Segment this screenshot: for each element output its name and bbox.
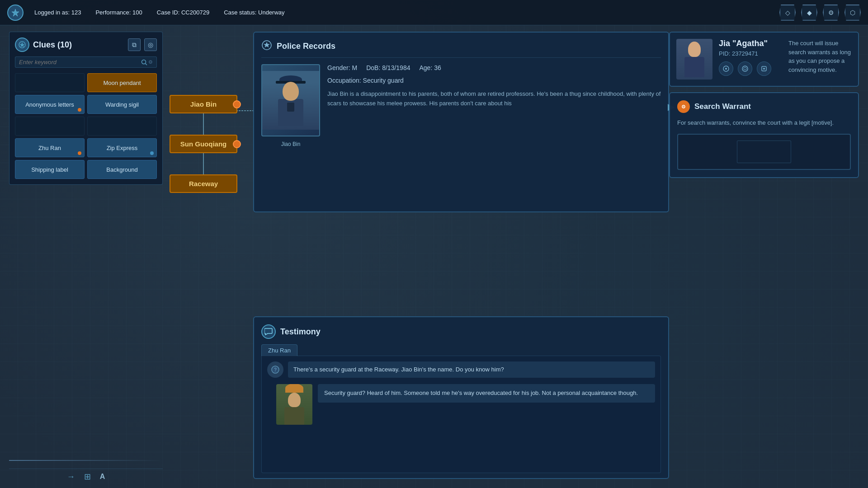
- subject-photo-figure: [262, 71, 319, 130]
- records-bio: Jiao Bin is a disappointment to his pare…: [327, 89, 661, 108]
- svg-point-16: [763, 68, 765, 70]
- subject-name-label: Jiao Bin: [279, 139, 302, 149]
- clues-icon: [15, 38, 29, 52]
- agent-description: The court will issue search warrants as …: [788, 39, 852, 80]
- node-dot-sun-guoqiang: [233, 140, 241, 148]
- agent-name: Jia "Agatha": [719, 39, 782, 48]
- search-button[interactable]: ⚙: [141, 59, 153, 66]
- agent-icon-btn-2[interactable]: [738, 61, 752, 76]
- clues-header: Clues (10) ⧉ ◎: [15, 38, 157, 52]
- answer-avatar: [276, 384, 312, 425]
- svg-marker-9: [264, 42, 270, 47]
- case-status-info: Case status: Underway: [224, 9, 284, 16]
- node-jiao-bin[interactable]: Jiao Bin: [170, 95, 237, 113]
- warrant-box: [677, 134, 851, 170]
- list-item[interactable]: Warding sigil: [87, 95, 157, 114]
- testimony-answer: Security guard? Heard of him. Someone to…: [267, 384, 655, 425]
- performance-info: Performance: 100: [95, 9, 142, 16]
- answer-text: Security guard? Heard of him. Someone to…: [318, 384, 655, 403]
- top-icon-4[interactable]: ⬡: [844, 5, 861, 21]
- top-bar: Logged in as: 123 Performance: 100 Case …: [0, 0, 868, 25]
- question-text: There's a security guard at the Raceway.…: [288, 361, 655, 378]
- clue-dot: [150, 151, 154, 155]
- agent-head: [688, 42, 701, 57]
- list-item[interactable]: [15, 117, 85, 136]
- witness-head: [288, 393, 301, 407]
- top-icon-1[interactable]: ◇: [779, 5, 796, 21]
- list-item[interactable]: [87, 117, 157, 136]
- list-item[interactable]: Shipping label: [15, 160, 85, 179]
- top-icon-3[interactable]: ⚙: [823, 5, 839, 21]
- clues-title-area: Clues (10): [15, 38, 72, 52]
- logged-in-info: Logged in as: 123: [34, 9, 81, 16]
- search-input[interactable]: [19, 59, 141, 66]
- list-item[interactable]: Anonymous letters: [15, 95, 85, 114]
- clue-grid: Moon pendant Anonymous letters Warding s…: [15, 73, 157, 179]
- officer-body: [278, 99, 303, 126]
- node-raceway[interactable]: Raceway: [170, 174, 237, 193]
- testimony-header: Testimony: [261, 324, 661, 339]
- testimony-tab[interactable]: Zhu Ran: [261, 344, 297, 356]
- testimony-tab-bar: Zhu Ran: [261, 344, 661, 356]
- police-records-panel: Police Records Jiao Bin Gende: [253, 32, 669, 212]
- main-panel: Jiao Bin Sun Guoqiang Raceway Police Rec…: [170, 32, 669, 479]
- agent-icon-btn-1[interactable]: [719, 61, 733, 76]
- agent-body: [684, 57, 704, 77]
- agent-card: Jia "Agatha" PID: 23729471: [669, 32, 859, 87]
- clues-target-btn[interactable]: ◎: [144, 38, 157, 51]
- witness-hat: [285, 384, 303, 393]
- search-bar[interactable]: ⚙: [15, 56, 157, 68]
- question-icon: ?: [267, 361, 283, 378]
- svg-point-14: [742, 66, 748, 71]
- warrant-header: Search Warrant: [677, 100, 851, 113]
- top-icon-2[interactable]: ◆: [801, 5, 817, 21]
- list-item[interactable]: Zip Express: [87, 138, 157, 157]
- witness-figure: [284, 384, 304, 425]
- svg-marker-0: [12, 9, 19, 16]
- case-id-info: Case ID: CC200729: [157, 9, 209, 16]
- clues-copy-btn[interactable]: ⧉: [128, 38, 141, 51]
- warrant-title: Search Warrant: [694, 102, 751, 111]
- clues-title: Clues (10): [33, 40, 72, 50]
- records-info: Gender: M DoB: 8/13/1984 Age: 36 Occupat…: [327, 64, 661, 149]
- officer-figure: [278, 75, 303, 126]
- warrant-inner-box: [737, 141, 791, 163]
- agent-icons: [719, 61, 782, 76]
- node-tree: Jiao Bin Sun Guoqiang Raceway: [170, 32, 260, 203]
- top-bar-icons: ◇ ◆ ⚙ ⬡: [779, 5, 861, 21]
- warrant-icon: [677, 100, 690, 113]
- top-bar-info: Logged in as: 123 Performance: 100 Case …: [34, 9, 769, 16]
- svg-point-3: [142, 60, 146, 64]
- agent-icon-btn-3[interactable]: [757, 61, 771, 76]
- subject-photo: [261, 64, 320, 136]
- svg-text:?: ?: [274, 367, 277, 372]
- toolbar-layers-btn[interactable]: ⊞: [84, 472, 91, 482]
- app-logo: [7, 5, 24, 21]
- node-dot-jiao-bin: [233, 100, 241, 108]
- records-stats: Gender: M DoB: 8/13/1984 Age: 36: [327, 64, 661, 71]
- node-sun-guoqiang[interactable]: Sun Guoqiang: [170, 135, 237, 153]
- list-item[interactable]: Background: [87, 160, 157, 179]
- list-item[interactable]: [15, 73, 85, 92]
- toolbar-arrow-btn[interactable]: →: [67, 472, 75, 482]
- list-item[interactable]: Zhu Ran: [15, 138, 85, 157]
- testimony-title: Testimony: [280, 327, 321, 337]
- occupation-line: Occupation: Security guard: [327, 77, 661, 84]
- agent-photo: [676, 39, 712, 80]
- warrant-panel: Search Warrant For search warrants, conv…: [669, 92, 859, 178]
- records-header: Police Records: [261, 40, 661, 58]
- records-content: Jiao Bin Gender: M DoB: 8/13/1984 Age: 3…: [261, 64, 661, 149]
- agent-pid: PID: 23729471: [719, 50, 782, 57]
- clues-panel: Clues (10) ⧉ ◎ ⚙ Moon pendant Anonymous …: [9, 32, 163, 185]
- agent-figure: [684, 42, 704, 77]
- clue-dot: [78, 108, 81, 112]
- svg-marker-2: [19, 42, 25, 47]
- svg-line-4: [146, 63, 147, 65]
- svg-point-19: [683, 106, 684, 107]
- agent-details: Jia "Agatha" PID: 23729471: [719, 39, 782, 80]
- toolbar-text-btn[interactable]: A: [100, 473, 105, 481]
- clues-actions: ⧉ ◎: [128, 38, 157, 51]
- list-item[interactable]: Moon pendant: [87, 73, 157, 92]
- witness-body: [284, 407, 304, 425]
- testimony-question: ? There's a security guard at the Racewa…: [267, 361, 655, 378]
